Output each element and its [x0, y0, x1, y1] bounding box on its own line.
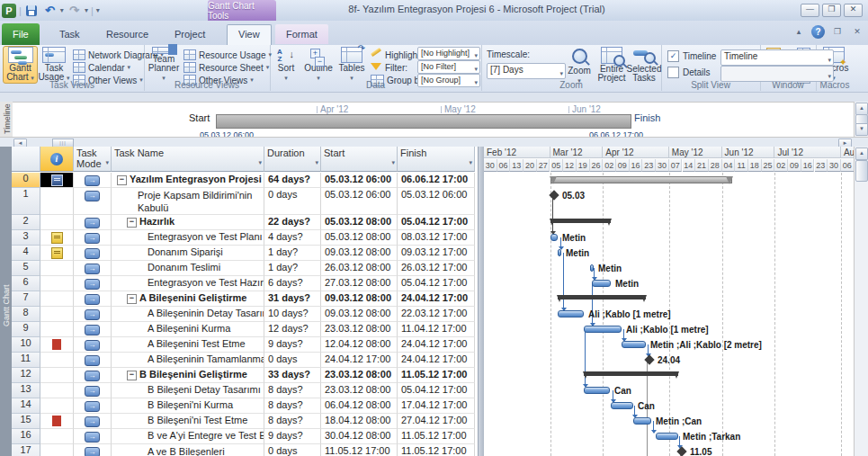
- task-mode-cell[interactable]: →: [74, 383, 112, 398]
- finish-cell[interactable]: 11.04.12 17:00: [398, 322, 475, 337]
- duration-cell[interactable]: 1 day?: [264, 246, 321, 261]
- duration-header[interactable]: Duration▾: [264, 147, 321, 172]
- task-name-cell[interactable]: Donanım Siparişi: [112, 246, 264, 261]
- row-number[interactable]: 15: [12, 414, 40, 429]
- info-cell[interactable]: [40, 291, 74, 307]
- duration-cell[interactable]: 22 days?: [264, 215, 321, 230]
- finish-cell[interactable]: 11.05.12 17:00: [398, 444, 475, 456]
- tab-file[interactable]: File: [2, 23, 40, 45]
- highlight-combo[interactable]: [No Highlight]▾: [417, 47, 480, 60]
- timeline-span-bar[interactable]: [216, 114, 631, 129]
- task-name-cell[interactable]: A Bileşeninin Detay Tasarımı: [112, 307, 264, 322]
- start-cell[interactable]: 24.04.12 17:00: [321, 353, 398, 368]
- task-name-cell[interactable]: Proje Kapsam Bildirimi'nin Kabulü: [112, 188, 264, 215]
- summary-bar[interactable]: [550, 219, 611, 223]
- finish-cell[interactable]: 26.03.12 17:00: [398, 261, 475, 276]
- task-bar[interactable]: [592, 280, 611, 287]
- finish-cell[interactable]: 24.04.12 17:00: [398, 291, 475, 307]
- scroll-up-icon[interactable]: ▲: [855, 103, 868, 115]
- task-bar[interactable]: [558, 249, 561, 256]
- start-cell[interactable]: 05.03.12 06:00: [321, 173, 398, 188]
- start-cell[interactable]: 23.03.12 08:00: [321, 383, 398, 398]
- start-cell[interactable]: 30.04.12 08:00: [321, 429, 398, 444]
- finish-cell[interactable]: 09.03.12 17:00: [398, 246, 475, 261]
- finish-cell[interactable]: 11.05.12 17:00: [398, 429, 475, 444]
- duration-cell[interactable]: 6 days?: [264, 276, 321, 291]
- redo-dropdown-icon[interactable]: ▾: [85, 6, 88, 14]
- info-cell[interactable]: [40, 215, 74, 230]
- info-cell[interactable]: [40, 261, 74, 276]
- task-bar[interactable]: [550, 234, 558, 241]
- gantt-chart-button[interactable]: Gantt Chart ▾: [3, 46, 38, 84]
- finish-cell[interactable]: 06.06.12 17:00: [398, 173, 475, 188]
- start-cell[interactable]: 11.05.12 17:00: [321, 444, 398, 456]
- task-name-cell[interactable]: A Bileşenini Kurma: [112, 322, 264, 337]
- start-header[interactable]: Start▾: [321, 147, 398, 172]
- duration-cell[interactable]: 9 days?: [264, 429, 321, 444]
- task-mode-cell[interactable]: →: [74, 368, 112, 383]
- timeline-pane-tab[interactable]: Timeline: [0, 102, 13, 137]
- info-cell[interactable]: [40, 246, 74, 261]
- tab-project[interactable]: Project: [164, 24, 216, 44]
- finish-cell[interactable]: 05.04.12 17:00: [398, 383, 475, 398]
- help-icon[interactable]: ?: [811, 25, 825, 39]
- row-number[interactable]: 3: [12, 230, 40, 246]
- gantt-vertical-scrollbar[interactable]: ▲: [854, 147, 868, 456]
- duration-cell[interactable]: 0 days: [264, 444, 321, 456]
- duration-cell[interactable]: 9 days?: [264, 337, 321, 353]
- project-summary-bar[interactable]: [550, 176, 732, 183]
- collapse-icon[interactable]: −: [127, 294, 137, 304]
- finish-cell[interactable]: 17.04.12 17:00: [398, 398, 475, 414]
- info-cell[interactable]: [40, 414, 74, 429]
- info-cell[interactable]: [40, 322, 74, 337]
- duration-cell[interactable]: 64 days?: [264, 173, 321, 188]
- timeline-toggle[interactable]: ✓ Timeline: [667, 50, 716, 62]
- duration-cell[interactable]: 12 days?: [264, 322, 321, 337]
- gantt-chart-pane-tab[interactable]: Gantt Chart: [0, 147, 12, 456]
- finish-cell[interactable]: 11.05.12 17:00: [398, 368, 475, 383]
- close-button[interactable]: ✕: [844, 4, 863, 17]
- start-cell[interactable]: 06.04.12 08:00: [321, 398, 398, 414]
- app-logo-icon[interactable]: P: [2, 4, 16, 18]
- tab-task[interactable]: Task: [49, 24, 91, 44]
- start-cell[interactable]: 18.04.12 08:00: [321, 414, 398, 429]
- summary-bar[interactable]: [558, 295, 646, 300]
- info-cell[interactable]: [40, 188, 74, 215]
- task-name-cell[interactable]: −A Bileşenini Geliştirme: [112, 291, 264, 307]
- outline-button[interactable]: + − Outline▾: [301, 47, 336, 83]
- tab-format[interactable]: Format: [275, 24, 328, 44]
- finish-cell[interactable]: 24.04.12 17:00: [398, 353, 475, 368]
- task-name-cell[interactable]: B ve A'yi Entegre ve Test Etm: [112, 429, 264, 444]
- task-bar[interactable]: [584, 326, 622, 333]
- finish-cell[interactable]: 24.04.12 17:00: [398, 337, 475, 353]
- task-name-cell[interactable]: Entegrasyon ve Test Planı: [112, 230, 264, 246]
- row-number[interactable]: 1: [12, 188, 40, 215]
- task-name-cell[interactable]: −Hazırlık: [112, 215, 264, 230]
- task-mode-header[interactable]: Task Mode▾: [74, 147, 112, 172]
- info-cell[interactable]: [40, 230, 74, 246]
- finish-cell[interactable]: 05.03.12 06:00: [398, 188, 475, 215]
- task-usage-button[interactable]: Task Usage ▾: [38, 47, 70, 83]
- row-number[interactable]: 6: [12, 276, 40, 291]
- start-cell[interactable]: 05.03.12 08:00: [321, 230, 398, 246]
- info-cell[interactable]: [40, 398, 74, 414]
- duration-cell[interactable]: 31 days?: [264, 291, 321, 307]
- duration-cell[interactable]: 1 day?: [264, 261, 321, 276]
- finish-cell[interactable]: 05.04.12 17:00: [398, 215, 475, 230]
- collapse-icon[interactable]: −: [127, 371, 137, 380]
- maximize-button[interactable]: ❐: [822, 4, 841, 17]
- scroll-down-icon[interactable]: ▼: [855, 123, 868, 136]
- task-mode-cell[interactable]: →: [74, 398, 112, 414]
- task-name-cell[interactable]: −Yazılım Entegrasyon Projesi: [112, 173, 264, 188]
- row-number[interactable]: 7: [12, 291, 40, 307]
- info-cell[interactable]: [40, 276, 74, 291]
- info-cell[interactable]: [40, 383, 74, 398]
- task-mode-cell[interactable]: →: [74, 337, 112, 353]
- start-cell[interactable]: 09.03.12 08:00: [321, 246, 398, 261]
- minimize-ribbon-icon[interactable]: ▴: [792, 24, 806, 39]
- task-name-cell[interactable]: A ve B Bileşenleri Tamamlanması: [112, 444, 264, 456]
- duration-cell[interactable]: 8 days?: [264, 383, 321, 398]
- start-cell[interactable]: 05.03.12 06:00: [321, 188, 398, 215]
- undo-icon[interactable]: ↶: [42, 3, 58, 18]
- info-cell[interactable]: [40, 337, 74, 353]
